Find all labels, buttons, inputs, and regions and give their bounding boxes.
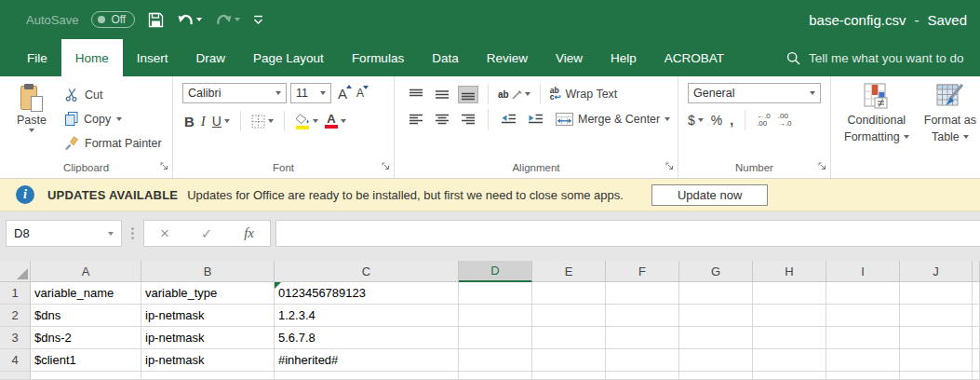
cell-filler[interactable] xyxy=(973,349,980,372)
increase-decimal-button[interactable]: ←.0 .00 xyxy=(757,113,771,128)
cell-b3[interactable]: ip-netmask xyxy=(141,327,275,349)
cell-f3[interactable] xyxy=(606,327,679,349)
cell-g3[interactable] xyxy=(679,327,753,349)
accounting-format-button[interactable]: $ xyxy=(688,113,704,128)
row-header-5[interactable] xyxy=(0,372,31,380)
cell-a2[interactable]: $dns xyxy=(31,305,141,327)
cell-a5[interactable] xyxy=(31,372,141,380)
enter-icon[interactable]: ✓ xyxy=(201,225,213,242)
cell-e3[interactable] xyxy=(532,327,606,349)
decrease-decimal-button[interactable]: .00 →.0 xyxy=(778,113,792,128)
fill-color-caret-icon[interactable] xyxy=(313,119,318,123)
cell-c3[interactable]: 5.6.7.8 xyxy=(275,327,459,349)
cell-f1[interactable] xyxy=(606,282,679,305)
update-now-button[interactable]: Update now xyxy=(651,184,768,206)
alignment-dialog-launcher[interactable] xyxy=(665,159,674,174)
tab-view[interactable]: View xyxy=(542,39,597,76)
underline-caret-icon[interactable] xyxy=(224,119,230,123)
tab-help[interactable]: Help xyxy=(597,39,651,76)
cell-a3[interactable]: $dns-2 xyxy=(31,327,141,349)
number-dialog-launcher[interactable] xyxy=(818,159,826,174)
bold-button[interactable]: B xyxy=(184,114,195,129)
redo-button[interactable] xyxy=(215,13,240,27)
formula-input[interactable] xyxy=(275,220,980,247)
bottom-align-button[interactable] xyxy=(458,86,478,103)
tab-page-layout[interactable]: Page Layout xyxy=(239,39,338,76)
increase-indent-button[interactable] xyxy=(525,111,546,128)
tab-draw[interactable]: Draw xyxy=(182,39,240,76)
cell-b4[interactable]: ip-netmask xyxy=(141,349,275,372)
copy-button[interactable]: Copy xyxy=(65,107,162,130)
borders-caret-icon[interactable] xyxy=(268,119,274,123)
cell-f5[interactable] xyxy=(606,372,679,380)
tab-insert[interactable]: Insert xyxy=(123,39,182,76)
orientation-button[interactable]: ab xyxy=(498,89,530,100)
tell-me-box[interactable]: Tell me what you want to do xyxy=(786,39,964,76)
cell-e1[interactable] xyxy=(532,282,606,305)
column-header-e[interactable]: E xyxy=(532,261,606,282)
merge-center-caret-icon[interactable] xyxy=(665,117,670,121)
column-header-b[interactable]: B xyxy=(141,261,275,282)
insert-function-icon[interactable]: fx xyxy=(244,225,254,241)
font-color-caret-icon[interactable] xyxy=(341,119,346,123)
italic-button[interactable]: I xyxy=(201,114,206,129)
column-header-d[interactable]: D xyxy=(459,261,532,282)
row-header-2[interactable]: 2 xyxy=(0,305,31,327)
cell-h4[interactable] xyxy=(753,349,826,372)
tab-formulas[interactable]: Formulas xyxy=(338,39,418,76)
cell-g4[interactable] xyxy=(679,349,753,372)
cell-a1[interactable]: variable_name xyxy=(31,282,141,305)
cell-i1[interactable] xyxy=(826,282,900,305)
column-header-c[interactable]: C xyxy=(275,261,459,282)
cancel-icon[interactable]: × xyxy=(160,224,169,243)
row-header-3[interactable]: 3 xyxy=(0,327,31,349)
name-box-caret-icon[interactable] xyxy=(108,232,114,236)
decrease-font-size-button[interactable]: A xyxy=(354,87,367,100)
align-right-button[interactable] xyxy=(458,111,478,129)
decrease-indent-button[interactable] xyxy=(498,111,519,128)
copy-dropdown-caret-icon[interactable] xyxy=(116,117,122,121)
row-header-4[interactable]: 4 xyxy=(0,349,31,372)
cell-e5[interactable] xyxy=(532,372,606,380)
cell-h5[interactable] xyxy=(753,372,826,380)
save-button[interactable] xyxy=(148,12,164,28)
column-header-f[interactable]: F xyxy=(606,261,679,282)
cell-b2[interactable]: ip-netmask xyxy=(141,305,275,327)
column-header-g[interactable]: G xyxy=(679,261,753,282)
cut-button[interactable]: Cut xyxy=(65,83,162,106)
cell-g1[interactable] xyxy=(679,282,753,305)
cell-j2[interactable] xyxy=(900,305,973,327)
column-header-i[interactable]: I xyxy=(826,261,900,282)
underline-button[interactable]: U xyxy=(212,114,230,129)
merge-center-button[interactable]: Merge & Center xyxy=(556,113,670,126)
cell-h2[interactable] xyxy=(753,305,826,327)
number-format-combo[interactable]: General xyxy=(688,83,821,103)
cell-i2[interactable] xyxy=(826,305,900,327)
cell-d1[interactable] xyxy=(459,282,532,305)
tab-home[interactable]: Home xyxy=(61,39,123,76)
cell-filler[interactable] xyxy=(973,305,980,327)
accounting-caret-icon[interactable] xyxy=(698,118,704,122)
paste-button[interactable]: Paste xyxy=(7,81,56,160)
cell-filler[interactable] xyxy=(973,372,980,380)
cell-f2[interactable] xyxy=(606,305,679,327)
cell-c1[interactable]: 0123456789123 xyxy=(275,282,459,305)
tab-acrobat[interactable]: ACROBAT xyxy=(651,39,738,76)
cell-h1[interactable] xyxy=(753,282,826,305)
top-align-button[interactable] xyxy=(406,86,426,103)
column-header-h[interactable]: H xyxy=(753,261,826,282)
undo-dropdown-caret-icon[interactable] xyxy=(196,18,202,21)
cell-c4[interactable]: #inherited# xyxy=(275,349,459,372)
undo-button[interactable] xyxy=(177,13,202,27)
cell-c2[interactable]: 1.2.3.4 xyxy=(275,305,459,327)
customize-qat-button[interactable] xyxy=(253,14,263,25)
cell-e4[interactable] xyxy=(532,349,606,372)
orientation-caret-icon[interactable] xyxy=(525,92,530,96)
format-as-table-button[interactable]: Format as Table xyxy=(924,83,976,178)
font-color-button[interactable]: A xyxy=(325,114,346,129)
tab-review[interactable]: Review xyxy=(473,39,542,76)
redo-dropdown-caret-icon[interactable] xyxy=(235,18,240,21)
name-box[interactable]: D8 xyxy=(6,220,122,247)
select-all-button[interactable] xyxy=(0,261,31,282)
tab-file[interactable]: File xyxy=(13,39,61,76)
